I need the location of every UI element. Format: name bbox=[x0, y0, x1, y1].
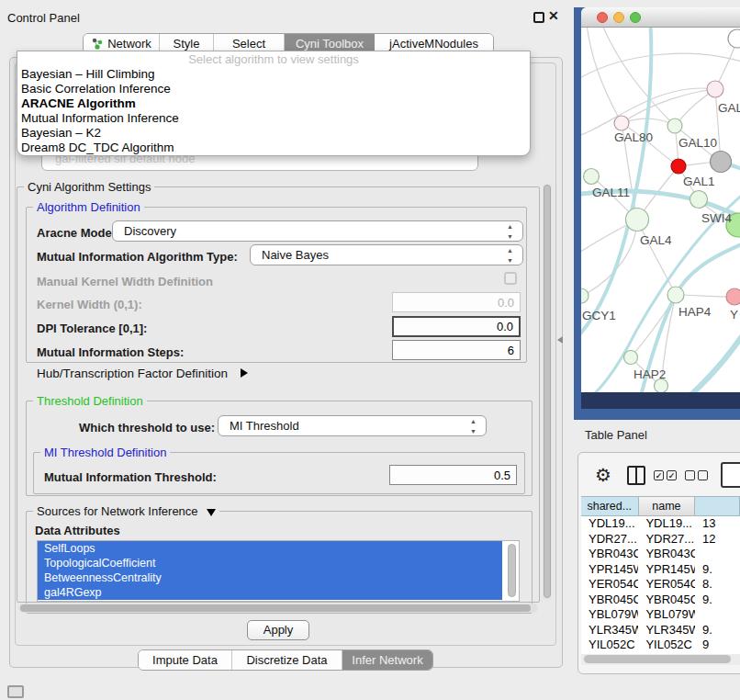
table-cell: 9 bbox=[695, 638, 740, 653]
network-node-hap2[interactable] bbox=[624, 351, 638, 365]
attributes-scrollbar[interactable] bbox=[508, 544, 516, 597]
table-row[interactable]: YER054CYER054C8. bbox=[581, 577, 740, 593]
algorithm-definition-title: Algorithm Definition bbox=[33, 200, 144, 214]
tab-label: jActiveMNodules bbox=[389, 37, 478, 51]
mi-threshold-label: Mutual Information Threshold: bbox=[44, 470, 217, 484]
column-header-name[interactable]: name bbox=[639, 496, 696, 516]
mi-threshold-field[interactable] bbox=[389, 465, 517, 485]
attribute-item[interactable]: TopologicalCoefficient bbox=[38, 556, 502, 570]
network-node-gal[interactable] bbox=[707, 81, 723, 97]
kernel-width-field[interactable] bbox=[392, 292, 521, 312]
attribute-item[interactable]: gal4RGexp bbox=[38, 585, 502, 600]
network-node-y[interactable] bbox=[726, 288, 740, 305]
network-node[interactable] bbox=[711, 152, 732, 173]
apply-button[interactable]: Apply bbox=[247, 620, 309, 640]
table-cell bbox=[695, 547, 740, 562]
table-cell: 12 bbox=[695, 532, 740, 548]
network-node-hap4[interactable] bbox=[667, 287, 684, 303]
attribute-item[interactable]: BetweennessCentrality bbox=[38, 570, 502, 585]
algorithm-option[interactable]: Dream8 DC_TDC Algorithm bbox=[17, 141, 530, 155]
mi-threshold-group-title: MI Threshold Definition bbox=[40, 446, 170, 459]
manual-kernel-label: Manual Kernel Width Definition bbox=[37, 275, 213, 288]
tab-label: Select bbox=[232, 37, 265, 51]
app-root: Control Panel ✕ NetworkStyleSelectCyni T… bbox=[0, 0, 740, 700]
table-row[interactable]: YBR045CYBR045C9. bbox=[581, 593, 740, 608]
table-row[interactable]: YPR145WYPR145W9. bbox=[581, 562, 740, 578]
table-row[interactable]: YIL052CYIL052C9 bbox=[581, 638, 740, 653]
which-threshold-combo[interactable]: MI Threshold bbox=[218, 415, 487, 436]
zoom-traffic-light-icon[interactable] bbox=[630, 12, 641, 23]
close-icon[interactable]: ✕ bbox=[548, 8, 559, 23]
table-row[interactable]: YDR27...YDR27...12 bbox=[581, 532, 740, 548]
tab-label: Network bbox=[107, 37, 151, 51]
settings-vscrollbar[interactable] bbox=[543, 184, 552, 601]
select-all-columns-icon[interactable]: ✓✓ bbox=[654, 470, 677, 480]
deselect-all-columns-icon[interactable] bbox=[685, 470, 708, 480]
mi-type-combo[interactable]: Naive Bayes bbox=[250, 244, 523, 265]
network-node-gal4[interactable] bbox=[626, 209, 649, 231]
algorithm-option[interactable]: Mutual Information Inference bbox=[17, 111, 530, 126]
sources-title-text: Sources for Network Inference bbox=[37, 504, 198, 518]
gear-icon[interactable]: ⚙ bbox=[595, 464, 611, 486]
network-view[interactable]: GALGAL80GAL10GAL1GAL11SWI4GAL4GCY1HAP4YH… bbox=[581, 28, 740, 392]
network-node-gal80[interactable] bbox=[614, 116, 629, 130]
table-cell bbox=[695, 607, 740, 623]
tab-impute-data[interactable]: Impute Data bbox=[139, 650, 232, 670]
table-row[interactable]: YLR345WYLR345W9. bbox=[581, 623, 740, 638]
table-cell: YBR043C bbox=[581, 547, 638, 562]
hub-definition-toggle[interactable]: Hub/Transcription Factor Definition bbox=[37, 367, 248, 380]
data-attributes-list[interactable]: SelfLoopsTopologicalCoefficientBetweenne… bbox=[37, 540, 520, 602]
mi-type-value: Naive Bayes bbox=[262, 248, 329, 262]
node-label: GAL1 bbox=[683, 175, 715, 188]
minimize-traffic-light-icon[interactable] bbox=[613, 12, 624, 23]
table-row[interactable]: YBR043CYBR043C bbox=[581, 547, 740, 562]
dpi-tolerance-field[interactable] bbox=[392, 316, 521, 337]
algorithm-option[interactable]: Bayesian – Hill Climbing bbox=[17, 67, 530, 82]
algorithm-option[interactable]: ARACNE Algorithm bbox=[17, 96, 530, 111]
table-cell: YDL19... bbox=[638, 516, 695, 532]
close-traffic-light-icon[interactable] bbox=[597, 12, 608, 23]
table-hscrollbar[interactable] bbox=[581, 654, 740, 665]
tab-discretize-data[interactable]: Discretize Data bbox=[232, 650, 342, 670]
table-cell: YER054C bbox=[638, 577, 695, 593]
network-node[interactable] bbox=[728, 29, 740, 48]
table-row[interactable]: YDL19...YDL19...13 bbox=[581, 516, 740, 532]
kernel-width-label: Kernel Width (0,1): bbox=[37, 298, 142, 311]
network-node-gal11[interactable] bbox=[584, 169, 600, 185]
aracne-mode-label: Aracne Mode: bbox=[37, 226, 116, 240]
aracne-mode-combo[interactable]: Discovery bbox=[112, 220, 523, 242]
node-label: GAL bbox=[718, 101, 740, 115]
network-node-gal1[interactable] bbox=[671, 159, 686, 174]
table-function-icon[interactable] bbox=[721, 462, 740, 488]
node-label: GAL4 bbox=[640, 233, 672, 247]
threshold-definition-title: Threshold Definition bbox=[33, 394, 147, 408]
columns-icon[interactable] bbox=[627, 466, 645, 485]
network-node-gal10[interactable] bbox=[667, 119, 682, 133]
network-node-swi4[interactable] bbox=[690, 191, 708, 209]
column-header[interactable] bbox=[695, 496, 740, 516]
network-window-bottom-frame bbox=[581, 392, 740, 409]
tab-infer-network[interactable]: Infer Network bbox=[342, 650, 432, 670]
which-threshold-value: MI Threshold bbox=[230, 419, 299, 433]
dock-panel-icon[interactable] bbox=[7, 685, 24, 698]
table-panel-title: Table Panel bbox=[585, 428, 647, 442]
settings-hscrollbar[interactable] bbox=[18, 604, 538, 613]
algorithm-option[interactable]: Bayesian – K2 bbox=[17, 126, 530, 141]
tab-label: Style bbox=[174, 37, 200, 51]
column-header-shared[interactable]: shared... bbox=[581, 496, 639, 516]
table-cell: YPR145W bbox=[638, 562, 695, 578]
table-row[interactable]: YBL079WYBL079W bbox=[581, 607, 740, 623]
sources-group-title[interactable]: Sources for Network Inference bbox=[33, 504, 219, 518]
attribute-item[interactable]: SelfLoops bbox=[38, 541, 502, 556]
table-cell: YIL052C bbox=[581, 638, 638, 653]
mi-steps-field[interactable] bbox=[392, 340, 521, 360]
manual-kernel-checkbox[interactable] bbox=[504, 272, 517, 285]
chevron-down-icon bbox=[207, 509, 216, 516]
panel-collapse-icon[interactable] bbox=[557, 336, 563, 344]
algorithm-option[interactable]: Basic Correlation Inference bbox=[17, 82, 530, 96]
network-node-gcy1[interactable] bbox=[581, 288, 589, 303]
float-window-icon[interactable] bbox=[533, 12, 544, 23]
node-label: HAP4 bbox=[678, 305, 712, 319]
network-window-titlebar[interactable] bbox=[581, 7, 740, 28]
stepper-icon bbox=[507, 248, 515, 263]
